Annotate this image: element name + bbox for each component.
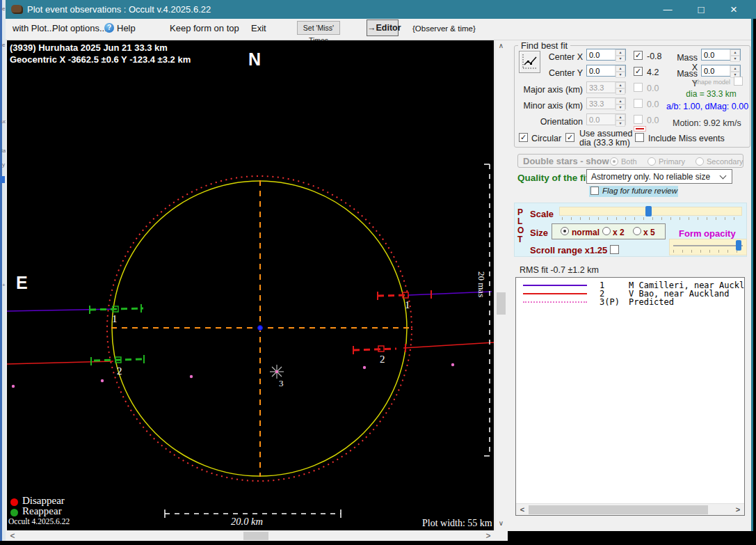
observer-time-label: {Observer & time}	[412, 24, 476, 33]
spin-down-icon[interactable]: ▾	[616, 56, 625, 62]
size-x5-label: x 5	[643, 228, 655, 237]
chord2-left	[7, 361, 113, 364]
size-normal-label: normal	[572, 228, 600, 237]
center-y-label: Center Y	[527, 68, 583, 78]
scroll-thumb[interactable]	[497, 292, 506, 315]
scroll-thumb[interactable]	[243, 532, 268, 540]
double-secondary-label: Secondary	[707, 157, 743, 166]
double-both-label: Both	[621, 157, 637, 166]
center-x-spinner[interactable]: 0.0 ▴▾	[586, 49, 626, 61]
spin-up-icon: ▴	[616, 82, 625, 88]
minor-axis-value: 33.3	[587, 98, 615, 109]
check-icon: ✓	[520, 133, 526, 141]
scroll-up-arrow[interactable]: ∧	[497, 42, 506, 49]
km-scale-label: 20.0 km	[231, 516, 263, 528]
spin-up-icon: ▴	[616, 114, 625, 120]
menu-exit[interactable]: Exit	[251, 23, 266, 33]
scroll-left-arrow[interactable]: <	[518, 505, 526, 514]
spin-up-icon: ▴	[616, 98, 625, 104]
major-axis-spinner: 33.3 ▴▾	[586, 81, 626, 93]
shape-model-label: Shape model	[692, 79, 730, 86]
opacity-slider-thumb[interactable]	[736, 240, 741, 251]
mass-y-spinner[interactable]: 0.0 ▴▾	[701, 65, 741, 77]
miss-colour-line	[636, 128, 644, 129]
form-opacity-label: Form opacity	[679, 228, 736, 239]
bg-fragment: e	[2, 42, 5, 48]
mass-x-spinner[interactable]: 0.0 ▴▾	[701, 49, 741, 61]
orientation-label: Orientation	[519, 117, 583, 127]
menu-keep-on-top[interactable]: Keep form on top	[170, 23, 239, 33]
observation-number: 3(P)	[600, 297, 620, 307]
plot-horizontal-scrollbar[interactable]: < >	[7, 530, 494, 542]
center-y-value[interactable]: 0.0	[587, 65, 615, 76]
scale-slider-thumb[interactable]	[645, 206, 652, 216]
center-y-fit-value: 4.2	[647, 68, 659, 77]
menu-help[interactable]: Help	[117, 23, 136, 33]
spin-up-icon[interactable]: ▴	[730, 65, 740, 72]
bg-fragment: e	[2, 6, 5, 12]
spin-down-icon: ▾	[616, 88, 625, 95]
shape-model-checkbox[interactable]: ✓	[734, 77, 743, 86]
scroll-right-arrow[interactable]: >	[734, 505, 742, 514]
flag-checkbox[interactable]: ✓	[590, 187, 599, 195]
spin-up-icon[interactable]: ▴	[730, 49, 740, 56]
listbox-horizontal-scrollbar[interactable]: < >	[516, 503, 744, 515]
center-x-checkbox[interactable]: ✓	[634, 51, 643, 60]
spin-down-icon[interactable]: ▾	[616, 72, 625, 78]
plot-letter-t: T	[517, 235, 522, 244]
chord2-right	[403, 342, 494, 348]
mass-y-value[interactable]: 0.0	[702, 65, 730, 76]
help-icon[interactable]: ?	[104, 23, 114, 33]
spin-up-icon[interactable]: ▴	[616, 65, 625, 72]
center-x-value[interactable]: 0.0	[587, 49, 615, 60]
rms-fit-label: RMS fit -0.7 ±1.2 km	[520, 265, 599, 275]
plot-vertical-scrollbar[interactable]: ∧ ∨	[494, 40, 506, 530]
include-miss-label: Include Miss events	[648, 134, 725, 143]
scroll-down-arrow[interactable]: ∨	[497, 519, 506, 527]
center-y-spinner[interactable]: 0.0 ▴▾	[586, 65, 626, 77]
size-x2-radio[interactable]	[602, 227, 611, 235]
scroll-range-checkbox[interactable]: ✓	[610, 245, 619, 254]
background-window-scrollbar	[0, 0, 2, 545]
list-item[interactable]: 3(P) Predicted	[516, 297, 744, 306]
menu-plot-options[interactable]: Plot options...	[52, 23, 107, 33]
use-assumed-checkbox[interactable]: ✓	[565, 133, 574, 142]
double-both-radio	[610, 157, 618, 166]
circular-checkbox[interactable]: ✓	[519, 133, 528, 142]
double-primary-label: Primary	[659, 157, 685, 166]
maximize-button[interactable]: □	[685, 0, 717, 19]
plot-width-label: Plot width: 55 km	[422, 518, 492, 529]
size-x5-radio[interactable]	[633, 227, 641, 235]
predicted-dot	[451, 363, 454, 366]
bg-selected-cell	[0, 176, 5, 183]
minimize-button[interactable]: —	[652, 0, 684, 19]
editor-button[interactable]: →Editor	[367, 19, 399, 36]
include-miss-checkbox[interactable]: ✓	[635, 133, 644, 142]
predicted-dot	[12, 385, 15, 388]
observation-listbox[interactable]: 1 M Camilleri, near Auckl 2 V Bao, near …	[515, 277, 745, 516]
center-x-fit-value: -0.8	[647, 52, 662, 61]
plot-title-line2: Geocentric X -3662.5 ±0.6 Y -123.4 ±3.2 …	[10, 54, 191, 65]
plot-letter-p: P	[517, 207, 523, 217]
size-normal-radio[interactable]	[561, 227, 569, 235]
menu-with-plot[interactable]: with Plot...	[13, 23, 54, 33]
predicted-dot	[190, 375, 193, 378]
spin-up-icon[interactable]: ▴	[616, 49, 625, 56]
set-miss-times-button[interactable]: Set 'Miss' Times	[297, 21, 340, 35]
close-button[interactable]: ×	[718, 0, 750, 19]
plot-canvas[interactable]: 1 1 2 2 3 (3939) Huruhata 2025 Jun 21 33…	[7, 40, 494, 530]
center-y-checkbox[interactable]: ✓	[634, 67, 643, 76]
quality-label: Quality of the fit	[517, 173, 589, 183]
spin-down-icon[interactable]: ▾	[730, 56, 740, 62]
scroll-left-arrow[interactable]: <	[8, 531, 17, 541]
minor-axis-label: Minor axis (km)	[519, 101, 583, 111]
desktop-edge-bottom	[0, 541, 756, 545]
scroll-right-arrow[interactable]: >	[484, 531, 492, 541]
orientation-fit-value: 0.0	[647, 116, 659, 125]
quality-dropdown[interactable]: Astrometry only. No reliable size	[586, 169, 732, 184]
scroll-thumb[interactable]	[529, 505, 708, 514]
mass-x-value[interactable]: 0.0	[702, 49, 730, 60]
app-icon	[11, 5, 23, 14]
reappear-label: Reappear	[22, 505, 62, 517]
motion-label: Motion: 9.92 km/s	[673, 118, 741, 128]
